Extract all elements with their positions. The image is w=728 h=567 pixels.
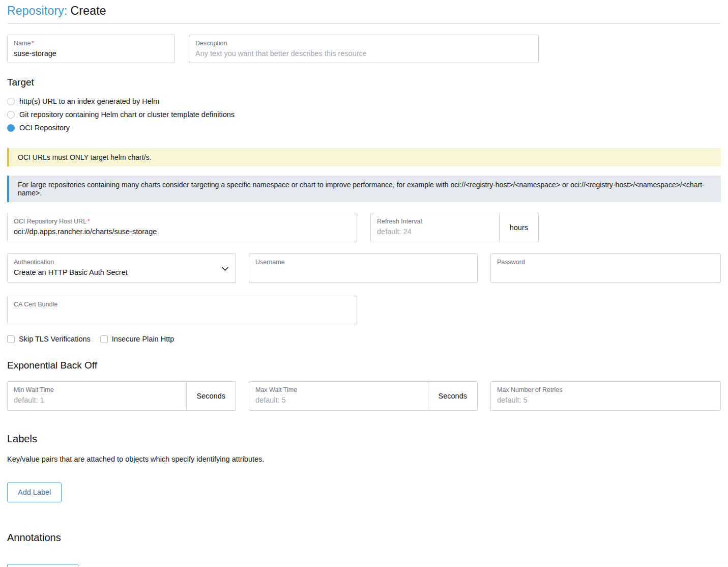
max-retries-input[interactable] [497, 396, 714, 404]
description-input[interactable] [195, 49, 532, 58]
radio-git-repository[interactable]: Git repository containing Helm chart or … [7, 108, 235, 121]
oci-host-url-label-text: OCI Repository Host URL [14, 218, 86, 225]
ca-cert-label: CA Cert Bundle [14, 301, 351, 308]
repository-create-page: Repository:Create Name* Description Targ… [0, 0, 728, 567]
basics-row: Name* Description [7, 35, 721, 63]
chevron-down-icon [221, 266, 229, 271]
warning-banner-text: OCI URLs must ONLY target helm chart/s. [18, 153, 151, 161]
labels-heading: Labels [7, 433, 721, 445]
info-banner-text: For large repositories containing many c… [18, 181, 705, 197]
insecure-http-label: Insecure Plain Http [112, 335, 174, 343]
max-wait-time-label: Max Wait Time [255, 386, 422, 393]
ca-cert-inner: CA Cert Bundle [8, 296, 357, 324]
authentication-select[interactable]: Authentication Create an HTTP Basic Auth… [7, 253, 236, 283]
page-title: Repository:Create [7, 4, 721, 18]
max-wait-time-field: Max Wait Time Seconds [249, 381, 478, 411]
min-wait-time-inner: Min Wait Time [8, 382, 186, 410]
target-heading: Target [7, 77, 721, 88]
radio-label: OCI Repository [19, 124, 70, 132]
description-field: Description [189, 35, 539, 63]
skip-tls-label: Skip TLS Verifications [19, 335, 91, 343]
tls-options-row: Skip TLS Verifications Insecure Plain Ht… [7, 335, 721, 343]
min-wait-time-label: Min Wait Time [14, 386, 180, 393]
min-wait-time-input[interactable] [14, 396, 180, 404]
min-wait-time-field: Min Wait Time Seconds [7, 381, 236, 411]
radio-label: http(s) URL to an index generated by Hel… [19, 97, 159, 105]
oci-host-url-input[interactable] [14, 228, 351, 236]
refresh-interval-unit: hours [499, 213, 538, 242]
add-label-button[interactable]: Add Label [7, 483, 62, 502]
max-retries-inner: Max Number of Retries [491, 382, 720, 409]
backoff-row: Min Wait Time Seconds Max Wait Time Seco… [7, 381, 721, 411]
labels-description: Key/value pairs that are attached to obj… [7, 455, 721, 463]
required-marker: * [32, 40, 34, 47]
name-input[interactable] [14, 49, 168, 58]
auth-row: Authentication Create an HTTP Basic Auth… [7, 253, 721, 283]
resource-type-link[interactable]: Repository: [7, 4, 68, 17]
radio-oci-repository[interactable]: OCI Repository [7, 121, 70, 134]
page-header: Repository:Create [7, 0, 721, 24]
username-field-inner: Username [249, 254, 477, 281]
skip-tls-checkbox[interactable]: Skip TLS Verifications [7, 335, 91, 343]
oci-host-url-inner: OCI Repository Host URL* [8, 213, 357, 241]
username-input[interactable] [255, 268, 471, 276]
max-wait-time-unit: Seconds [428, 382, 477, 410]
ca-cert-field: CA Cert Bundle [7, 296, 357, 324]
add-annotation-button[interactable]: Add Annotation [7, 564, 78, 567]
name-label-text: Name [14, 40, 31, 47]
password-field: Password [490, 253, 721, 283]
refresh-interval-field: Refresh Interval hours [370, 213, 539, 242]
description-label: Description [195, 40, 532, 47]
oci-host-url-label: OCI Repository Host URL* [14, 218, 351, 225]
name-label: Name* [14, 40, 168, 47]
username-label: Username [255, 259, 471, 266]
insecure-http-checkbox[interactable]: Insecure Plain Http [100, 335, 174, 343]
info-banner: For large repositories containing many c… [7, 176, 721, 202]
page-action-label: Create [71, 4, 106, 17]
checkbox-icon [100, 335, 108, 343]
password-field-inner: Password [491, 254, 720, 281]
max-wait-time-inner: Max Wait Time [249, 382, 428, 410]
password-input[interactable] [497, 268, 714, 276]
description-field-inner: Description [189, 35, 538, 63]
name-field: Name* [7, 35, 175, 63]
authentication-selected-value: Create an HTTP Basic Auth Secret [14, 268, 229, 276]
radio-icon [7, 98, 15, 105]
warning-banner: OCI URLs must ONLY target helm chart/s. [7, 148, 721, 166]
radio-http-index[interactable]: http(s) URL to an index generated by Hel… [7, 95, 159, 108]
radio-icon [7, 124, 15, 132]
authentication-select-inner: Authentication Create an HTTP Basic Auth… [8, 254, 236, 281]
checkbox-icon [7, 335, 15, 343]
name-field-inner: Name* [8, 35, 174, 63]
refresh-interval-inner: Refresh Interval [371, 213, 499, 242]
ca-cert-row: CA Cert Bundle [7, 296, 721, 324]
required-marker: * [88, 218, 90, 225]
target-radio-group: http(s) URL to an index generated by Hel… [7, 95, 721, 134]
max-retries-field: Max Number of Retries [490, 381, 721, 411]
authentication-label: Authentication [14, 259, 229, 266]
password-label: Password [497, 259, 714, 266]
oci-host-url-field: OCI Repository Host URL* [7, 213, 357, 242]
max-retries-label: Max Number of Retries [497, 386, 714, 393]
radio-label: Git repository containing Helm chart or … [19, 110, 235, 119]
annotations-heading: Annotations [7, 532, 721, 544]
refresh-interval-label: Refresh Interval [377, 218, 493, 225]
username-field: Username [249, 253, 478, 283]
min-wait-time-unit: Seconds [186, 382, 236, 410]
max-wait-time-input[interactable] [255, 396, 422, 404]
ca-cert-input[interactable] [14, 310, 351, 319]
backoff-heading: Exponential Back Off [7, 360, 721, 371]
oci-row: OCI Repository Host URL* Refresh Interva… [7, 213, 721, 242]
refresh-interval-input[interactable] [377, 228, 493, 236]
radio-icon [7, 111, 15, 119]
